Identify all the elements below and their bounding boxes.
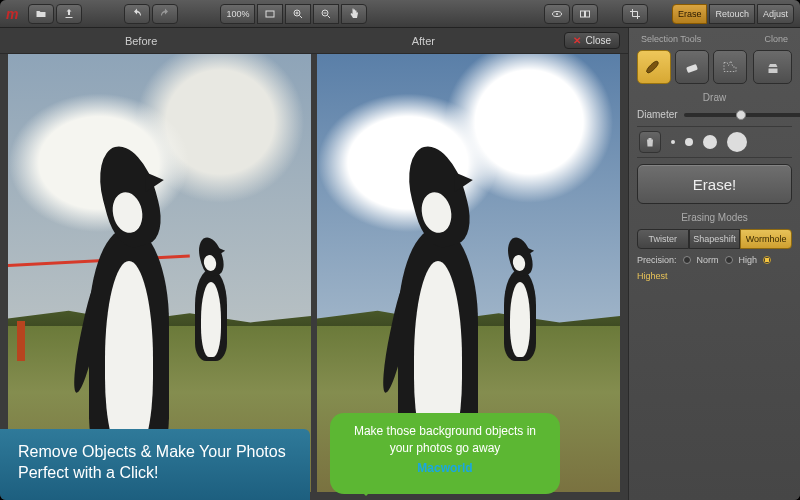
tab-erase[interactable]: Erase — [672, 4, 708, 24]
mode-twister[interactable]: Twister — [637, 229, 689, 249]
zoom-in-button[interactable] — [285, 4, 311, 24]
brush-preset-s[interactable] — [685, 138, 693, 146]
clear-selection-button[interactable] — [639, 131, 661, 153]
brush-preset-l[interactable] — [727, 132, 747, 152]
tab-retouch[interactable]: Retouch — [709, 4, 755, 24]
image-row: Remove Objects & Make Your Photos Perfec… — [0, 54, 628, 500]
close-icon: ✕ — [573, 35, 581, 46]
brush-select-tool[interactable] — [637, 50, 671, 84]
zoom-level-button[interactable]: 100% — [220, 4, 255, 24]
diameter-label: Diameter — [637, 109, 678, 120]
close-label: Close — [585, 35, 611, 46]
precision-norm-label: Norm — [697, 255, 719, 265]
tab-adjust[interactable]: Adjust — [757, 4, 794, 24]
precision-row: Precision: Norm High Highest — [637, 255, 792, 281]
fit-screen-button[interactable] — [257, 4, 283, 24]
clone-label: Clone — [764, 34, 788, 44]
main-area: Before After ✕ Close — [0, 28, 800, 500]
selection-tools-label: Selection Tools — [641, 34, 701, 44]
before-image[interactable] — [8, 54, 311, 492]
crop-button[interactable] — [622, 4, 648, 24]
erase-action-button[interactable]: Erase! — [637, 164, 792, 204]
precision-highest-radio[interactable] — [763, 256, 771, 264]
diameter-slider[interactable] — [684, 113, 800, 117]
mode-shapeshift[interactable]: Shapeshift — [689, 229, 741, 249]
export-button[interactable] — [56, 4, 82, 24]
canvas-area: Before After ✕ Close — [0, 28, 628, 500]
lasso-select-tool[interactable] — [713, 50, 747, 84]
precision-high-radio[interactable] — [725, 256, 733, 264]
eraser-select-tool[interactable] — [675, 50, 709, 84]
foreground-penguin — [63, 124, 196, 466]
precision-high-label: High — [739, 255, 758, 265]
undo-button[interactable] — [124, 4, 150, 24]
app-window: m 100% Erase Retouch Adjust — [0, 0, 800, 500]
mode-wormhole[interactable]: Wormhole — [740, 229, 792, 249]
promo-source: Macworld — [344, 460, 546, 476]
redo-button[interactable] — [152, 4, 178, 24]
preview-toggle-button[interactable] — [544, 4, 570, 24]
after-label: After — [412, 35, 435, 47]
promo-headline: Remove Objects & Make Your Photos Perfec… — [0, 429, 310, 500]
toolbar: m 100% Erase Retouch Adjust — [0, 0, 800, 28]
brush-size-presets — [637, 126, 792, 158]
open-button[interactable] — [28, 4, 54, 24]
brush-preset-xs[interactable] — [671, 140, 675, 144]
svg-rect-7 — [686, 64, 698, 73]
precision-highest-label: Highest — [637, 271, 668, 281]
precision-norm-radio[interactable] — [683, 256, 691, 264]
close-compare-button[interactable]: ✕ Close — [564, 32, 620, 49]
svg-point-4 — [556, 13, 558, 15]
svg-rect-0 — [266, 11, 274, 17]
svg-rect-6 — [585, 11, 589, 17]
app-logo: m — [6, 6, 18, 22]
promo-bubble-text: Make those background objects in your ph… — [354, 424, 536, 454]
compare-toggle-button[interactable] — [572, 4, 598, 24]
zoom-out-button[interactable] — [313, 4, 339, 24]
before-label: Before — [0, 35, 282, 47]
svg-rect-5 — [580, 11, 584, 17]
hand-tool-button[interactable] — [341, 4, 367, 24]
brush-preset-m[interactable] — [703, 135, 717, 149]
sidebar: Selection Tools Clone Draw Diameter 45 — [628, 28, 800, 500]
compare-header: Before After ✕ Close — [0, 28, 628, 54]
erasing-modes-label: Erasing Modes — [637, 212, 792, 223]
erasing-mode-segment: Twister Shapeshift Wormhole — [637, 229, 792, 249]
clone-stamp-tool[interactable] — [753, 50, 792, 84]
draw-section-label: Draw — [637, 92, 792, 103]
precision-label: Precision: — [637, 255, 677, 265]
promo-bubble: Make those background objects in your ph… — [330, 413, 560, 494]
